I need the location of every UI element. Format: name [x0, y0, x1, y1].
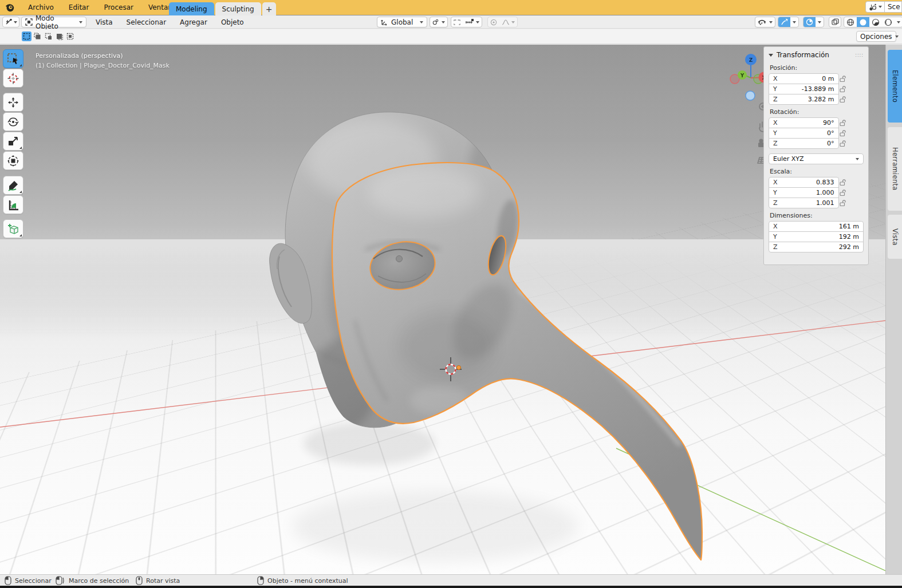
proportional-falloff-dropdown[interactable] — [499, 17, 517, 27]
position-z-field[interactable]: Z 3.282 m — [769, 94, 839, 105]
show-overlays-toggle[interactable] — [803, 17, 816, 27]
lock-open-icon[interactable] — [839, 129, 846, 137]
position-section-label: Posición: — [770, 64, 864, 72]
workspace-tabs: Modeling Sculpting + — [169, 2, 276, 15]
snap-settings-dropdown[interactable] — [463, 17, 482, 27]
tool-box-select[interactable] — [3, 49, 23, 68]
tool-measure[interactable] — [3, 195, 23, 214]
snap-toggle-button[interactable] — [451, 17, 463, 27]
eye-icon — [758, 19, 766, 25]
mode-dropdown-label: Modo Objeto — [36, 14, 76, 30]
lock-open-icon[interactable] — [839, 179, 846, 186]
status-rotate-view-hint: Rotar vista — [136, 575, 180, 586]
chevron-down-icon — [769, 21, 773, 23]
tool-rotate[interactable] — [3, 112, 23, 131]
menu-objeto[interactable]: Objeto — [214, 18, 251, 26]
rotation-z-field[interactable]: Z 0° — [769, 138, 839, 149]
orientation-label: Global — [391, 18, 417, 26]
panel-title: Transformación — [777, 51, 855, 59]
lock-open-icon[interactable] — [839, 199, 846, 207]
tab-sculpting[interactable]: Sculpting — [215, 2, 261, 15]
menu-editar[interactable]: Editar — [61, 1, 97, 14]
select-mode-subtract[interactable] — [44, 31, 53, 41]
select-mode-set[interactable] — [22, 31, 31, 41]
lock-open-icon[interactable] — [839, 96, 846, 103]
transform-panel: Transformación :::: Posición: X 0 m Y -1… — [763, 46, 869, 265]
viewport-3d[interactable]: Personalizada (perspectiva) (1) Collecti… — [0, 45, 885, 574]
menu-procesar[interactable]: Procesar — [96, 1, 141, 14]
position-y-field[interactable]: Y -13.889 m — [769, 84, 839, 94]
shading-material-button[interactable] — [869, 17, 882, 27]
options-label: Opciones — [860, 33, 892, 41]
shading-solid-button[interactable] — [857, 17, 869, 27]
add-workspace-button[interactable]: + — [262, 2, 276, 15]
menu-archivo[interactable]: Archivo — [21, 1, 61, 14]
gizmos-dropdown[interactable] — [790, 17, 798, 27]
tool-annotate[interactable] — [3, 176, 23, 195]
lock-open-icon[interactable] — [839, 189, 846, 196]
shading-dropdown[interactable] — [895, 17, 902, 27]
scale-z-field[interactable]: Z 1.001 — [769, 198, 839, 208]
status-select-hint: Seleccionar — [5, 575, 52, 586]
chevron-down-icon — [793, 21, 796, 23]
xray-toggle[interactable] — [829, 17, 841, 27]
tool-scale[interactable] — [3, 132, 23, 151]
options-dropdown[interactable]: Opciones — [856, 31, 896, 42]
tool-add-cube[interactable] — [3, 219, 23, 238]
menu-agregar[interactable]: Agregar — [173, 18, 214, 26]
rotation-x-field[interactable]: X 90° — [769, 117, 839, 128]
chevron-down-icon — [420, 21, 423, 23]
scale-x-field[interactable]: X 0.833 — [769, 177, 839, 188]
menu-vista[interactable]: Vista — [89, 18, 120, 26]
lock-open-icon[interactable] — [839, 75, 846, 82]
chevron-down-icon — [818, 21, 821, 23]
lock-open-icon[interactable] — [839, 85, 846, 93]
mode-dropdown[interactable]: Modo Objeto — [21, 17, 86, 27]
left-mouse-icon — [5, 576, 11, 585]
proportional-edit-button[interactable] — [488, 17, 499, 27]
pivot-point-dropdown[interactable] — [430, 17, 448, 27]
sidebar-tab-strip: Elemento Herramienta Vista — [885, 45, 902, 574]
rotation-mode-dropdown[interactable]: Euler XYZ — [769, 153, 864, 164]
tab-modeling[interactable]: Modeling — [169, 2, 214, 15]
tool-transform[interactable] — [3, 151, 23, 170]
scale-y-field[interactable]: Y 1.000 — [769, 187, 839, 198]
editor-type-button[interactable] — [2, 17, 19, 27]
select-mode-extend[interactable] — [33, 31, 42, 41]
rotation-y-field[interactable]: Y 0° — [769, 128, 839, 139]
tab-vista[interactable]: Vista — [888, 215, 902, 259]
shading-wireframe-button[interactable] — [844, 17, 857, 27]
tab-herramienta[interactable]: Herramienta — [888, 127, 902, 211]
tool-move[interactable] — [3, 93, 23, 112]
falloff-curve-icon — [502, 19, 510, 26]
visibility-dropdown[interactable] — [755, 17, 775, 27]
object-origin-dot — [456, 365, 460, 369]
menu-seleccionar[interactable]: Seleccionar — [120, 18, 173, 26]
dimensions-y-field[interactable]: Y 192 m — [769, 231, 864, 242]
tab-elemento[interactable]: Elemento — [888, 50, 902, 123]
scene-name-field[interactable]: Sce — [885, 1, 902, 13]
dimensions-z-field[interactable]: Z 292 m — [769, 242, 864, 252]
active-object-label: (1) Collection | Plague_Doctor_Covid_Mas… — [36, 61, 170, 70]
tool-cursor[interactable] — [3, 69, 23, 88]
select-mode-intersect[interactable] — [65, 31, 75, 41]
panel-grip-icon[interactable]: :::: — [855, 53, 864, 58]
dimensions-x-field[interactable]: X 161 m — [769, 221, 864, 232]
snap-group — [451, 17, 482, 27]
blender-logo-icon — [5, 2, 15, 13]
gizmos-group — [778, 17, 799, 27]
position-x-field[interactable]: X 0 m — [769, 73, 839, 84]
gizmo-arrow-icon — [781, 18, 788, 26]
overlays-dropdown[interactable] — [816, 17, 824, 27]
lock-open-icon[interactable] — [839, 119, 846, 127]
scene-selector-button[interactable] — [865, 1, 885, 13]
lock-open-icon[interactable] — [839, 140, 846, 147]
scale-section-label: Escala: — [770, 168, 864, 175]
select-mode-invert[interactable] — [54, 31, 64, 41]
show-gizmos-toggle[interactable] — [778, 17, 790, 27]
orientation-axes-icon — [381, 18, 388, 26]
gizmo-neg-z-ball[interactable] — [746, 91, 755, 100]
transform-orientation-dropdown[interactable]: Global — [377, 17, 427, 27]
collapse-chevron-icon[interactable] — [769, 54, 773, 57]
shading-rendered-button[interactable] — [882, 17, 895, 27]
